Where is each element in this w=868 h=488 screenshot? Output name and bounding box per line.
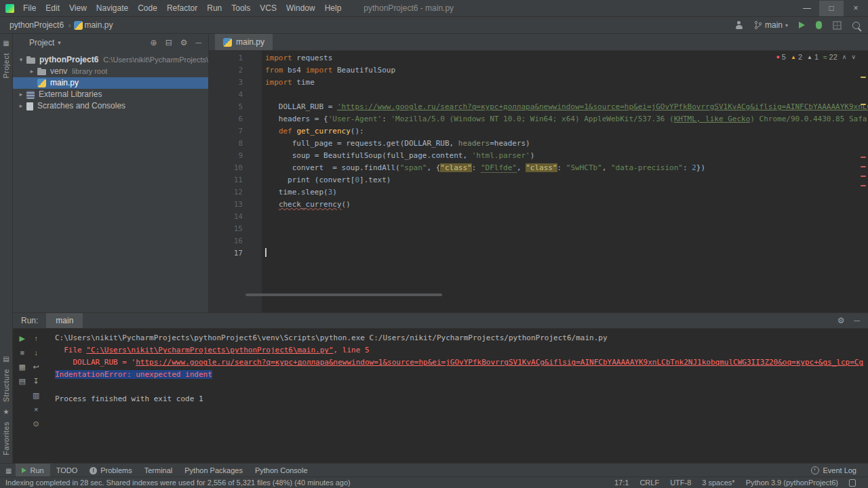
tree-item-venv[interactable]: ▸venvlibrary root	[13, 66, 208, 77]
error-stripe-mark[interactable]	[861, 176, 866, 177]
error-stripe-mark[interactable]	[861, 166, 866, 167]
code-line[interactable]: import time	[265, 77, 868, 89]
line-number[interactable]: 10	[209, 162, 243, 174]
code-line[interactable]: full_page = requests.get(DOLLAR_RUB, hea…	[265, 138, 868, 150]
error-stripe[interactable]	[859, 51, 868, 312]
code-line[interactable]: from bs4 import BeautifulSoup	[265, 64, 868, 77]
toolwindow-problems[interactable]: !Problems	[83, 464, 138, 477]
code-line[interactable]	[265, 211, 868, 223]
line-number[interactable]: 16	[209, 235, 243, 247]
down-stack-icon[interactable]: ↓	[34, 348, 38, 357]
chevron-icon[interactable]: ▸	[17, 100, 25, 112]
status-segment-python-3-9-pythonproject6-[interactable]: Python 3.9 (pythonProject6)	[746, 479, 838, 487]
restore-layout-icon[interactable]: ▦	[19, 363, 26, 371]
tree-item-pythonproject6[interactable]: ▾pythonProject6C:\Users\nikit\PycharmPro…	[13, 54, 208, 66]
tool-strip-favorites[interactable]: Favorites	[2, 422, 10, 455]
breadcrumb-item[interactable]: main.py	[83, 20, 114, 30]
rerun-icon[interactable]: ▶	[20, 334, 25, 343]
error-stripe-mark[interactable]	[861, 157, 866, 158]
code-line[interactable]: print (convert[0].text)	[265, 174, 868, 186]
hide-panel-icon[interactable]: ─	[854, 316, 860, 325]
next-problem-icon[interactable]: ∨	[851, 54, 856, 60]
code-area[interactable]: import requestsfrom bs4 import Beautiful…	[262, 51, 868, 312]
menu-window[interactable]: Window	[281, 1, 320, 16]
tool-windows-icon[interactable]: ▦	[5, 467, 12, 474]
prev-problem-icon[interactable]: ∧	[842, 54, 847, 60]
search-everywhere-icon[interactable]	[852, 22, 860, 29]
settings-icon[interactable]: ⚙	[180, 38, 188, 47]
debug-button[interactable]	[816, 21, 822, 29]
tree-item-main-py[interactable]: main.py	[13, 77, 208, 89]
print-icon[interactable]: ▥	[33, 391, 39, 400]
editor-content[interactable]: 1234567891011121314151617 import request…	[209, 51, 868, 312]
typo-badge[interactable]: ≈22	[823, 53, 837, 61]
settings-icon[interactable]: ⚙	[837, 316, 845, 325]
line-number[interactable]: 12	[209, 186, 243, 199]
status-segment-utf-8[interactable]: UTF-8	[670, 479, 691, 487]
chevron-icon[interactable]: ▸	[28, 66, 36, 77]
line-number[interactable]: 5	[209, 101, 243, 113]
close-button[interactable]: ×	[844, 1, 868, 16]
menu-edit[interactable]: Edit	[41, 1, 64, 16]
line-number[interactable]: 4	[209, 89, 243, 101]
line-number[interactable]: 7	[209, 125, 243, 138]
code-line[interactable]	[265, 89, 868, 101]
tree-item-external-libraries[interactable]: ▸External Libraries	[13, 89, 208, 100]
menu-help[interactable]: Help	[320, 1, 347, 16]
warning-badge[interactable]: ▲2	[791, 53, 802, 61]
soft-wrap-icon[interactable]: ↩	[33, 363, 39, 371]
error-stripe-mark[interactable]	[861, 185, 866, 186]
menu-vcs[interactable]: VCS	[255, 1, 281, 16]
line-number[interactable]: 14	[209, 211, 243, 223]
console-output[interactable]: C:\Users\nikit\PycharmProjects\pythonPro…	[45, 329, 868, 465]
status-segment-crlf[interactable]: CRLF	[639, 479, 659, 487]
warning-stripe-mark[interactable]	[861, 104, 866, 105]
status-segment-17-1[interactable]: 17:1	[614, 479, 629, 487]
toolwindow-python-console[interactable]: Python Console	[249, 464, 314, 477]
toolwindow-python-packages[interactable]: Python Packages	[178, 464, 249, 477]
console-link[interactable]: https://www.google.ru/search?q=курс+долл…	[136, 358, 863, 367]
toolwindow-terminal[interactable]: Terminal	[138, 464, 179, 477]
hide-panel-icon[interactable]: ─	[195, 38, 201, 47]
tree-item-scratches-and-consoles[interactable]: ▸Scratches and Consoles	[13, 100, 208, 112]
menu-run[interactable]: Run	[202, 1, 226, 16]
up-stack-icon[interactable]: ↑	[34, 334, 38, 343]
pin-icon[interactable]: ⊙	[33, 420, 39, 428]
maximize-button[interactable]: □	[819, 1, 844, 16]
run-button[interactable]	[799, 22, 805, 28]
line-number[interactable]: 17	[209, 247, 243, 260]
toolwindow-run[interactable]: Run	[16, 464, 50, 477]
menu-navigate[interactable]: Navigate	[92, 1, 133, 16]
clear-all-icon[interactable]: ×	[34, 405, 38, 414]
weak-badge[interactable]: ▲1	[807, 53, 818, 61]
show-options-icon[interactable]: ▤	[19, 377, 26, 386]
menu-code[interactable]: Code	[133, 1, 162, 16]
line-number[interactable]: 15	[209, 223, 243, 235]
line-number[interactable]: 2	[209, 64, 243, 77]
coverage-icon[interactable]	[833, 21, 842, 30]
horizontal-scrollbar[interactable]	[245, 293, 442, 296]
run-tab-main[interactable]: main	[46, 313, 83, 328]
status-segment-3-spaces-[interactable]: 3 spaces*	[702, 479, 734, 487]
code-line[interactable]: check_currency()	[265, 199, 868, 211]
console-link[interactable]: "C:\Users\nikit\PycharmProjects\pythonPr…	[86, 346, 333, 354]
toolwindow-event-log[interactable]: Event Log	[805, 464, 863, 477]
locate-file-icon[interactable]: ⊕	[151, 38, 157, 47]
tool-strip-project[interactable]: Project	[2, 53, 10, 79]
code-line[interactable]: headers = {'User-Agent': 'Mozilla/5.0 (W…	[265, 113, 868, 125]
line-number[interactable]: 1	[209, 52, 243, 64]
code-line[interactable]	[265, 247, 868, 260]
error-badge[interactable]: ●5	[776, 53, 786, 61]
toolwindow-todo[interactable]: TODO	[50, 464, 84, 477]
code-line[interactable]: def get_currency():	[265, 125, 868, 138]
line-number[interactable]: 11	[209, 174, 243, 186]
line-number[interactable]: 8	[209, 138, 243, 150]
line-number[interactable]: 3	[209, 77, 243, 89]
code-line[interactable]	[265, 235, 868, 247]
code-line[interactable]: DOLLAR_RUB = 'https://www.google.ru/sear…	[265, 101, 868, 113]
tool-strip-structure[interactable]: Structure	[2, 369, 10, 402]
collapse-all-icon[interactable]: ⊟	[165, 38, 172, 47]
menu-tools[interactable]: Tools	[226, 1, 255, 16]
minimize-button[interactable]: —	[795, 1, 819, 16]
code-line[interactable]: convert = soup.findAll("span", {"class":…	[265, 162, 868, 174]
